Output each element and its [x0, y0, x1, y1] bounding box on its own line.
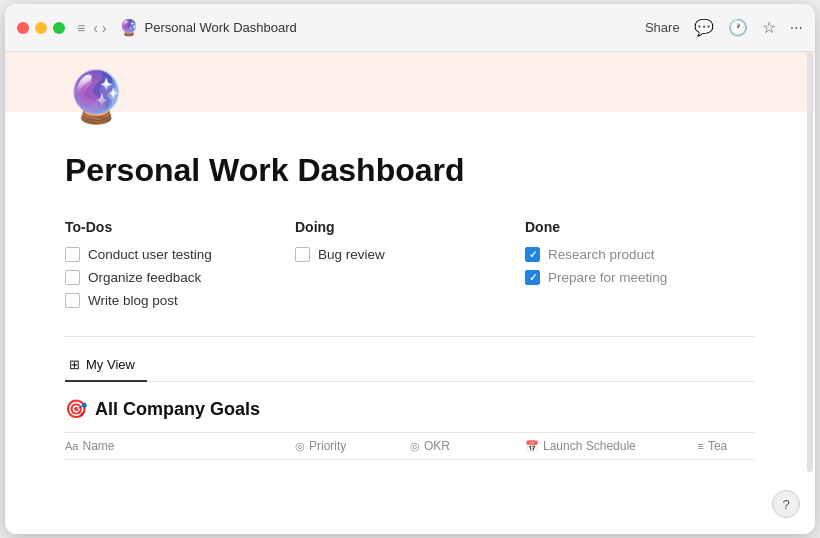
text-icon: Aa: [65, 440, 78, 452]
goals-title: All Company Goals: [95, 399, 260, 420]
titlebar: ≡ ‹ › 🔮 Personal Work Dashboard Share 💬 …: [5, 4, 815, 52]
help-label: ?: [782, 497, 789, 512]
task-checkbox[interactable]: [65, 270, 80, 285]
scrollbar[interactable]: [807, 52, 813, 472]
calendar-icon: 📅: [525, 440, 539, 453]
th-okr: ◎ OKR: [410, 439, 525, 453]
task-item: Conduct user testing: [65, 247, 295, 262]
banner-emoji: 🔮: [65, 72, 127, 122]
task-item: Bug review: [295, 247, 525, 262]
col-title-doing: Doing: [295, 219, 525, 235]
content-area: 🔮 Personal Work Dashboard To-Dos Conduct…: [5, 52, 815, 534]
goals-emoji: 🎯: [65, 398, 87, 420]
col-title-todos: To-Dos: [65, 219, 295, 235]
kanban-col-todos: To-Dos Conduct user testing Organize fee…: [65, 219, 295, 316]
titlebar-actions: Share 💬 🕐 ☆ ···: [645, 18, 803, 37]
col-title-done: Done: [525, 219, 755, 235]
th-okr-label: OKR: [424, 439, 450, 453]
star-icon[interactable]: ☆: [762, 18, 776, 37]
table-icon: ⊞: [69, 357, 80, 372]
kanban-col-done: Done Research product Prepare for meetin…: [525, 219, 755, 316]
task-checkbox[interactable]: [295, 247, 310, 262]
list-icon: ≡: [698, 440, 704, 452]
th-launch-label: Launch Schedule: [543, 439, 636, 453]
task-label: Organize feedback: [88, 270, 201, 285]
banner: 🔮: [5, 52, 815, 112]
view-tabs: ⊞ My View: [65, 351, 755, 382]
forward-arrow-icon[interactable]: ›: [102, 20, 107, 36]
task-checkbox[interactable]: [65, 293, 80, 308]
history-icon[interactable]: 🕐: [728, 18, 748, 37]
task-checkbox-checked[interactable]: [525, 247, 540, 262]
th-launch: 📅 Launch Schedule: [525, 439, 698, 453]
th-team: ≡ Tea: [698, 439, 756, 453]
sidebar-toggle-icon[interactable]: ≡: [77, 20, 85, 36]
tab-my-view[interactable]: ⊞ My View: [65, 351, 147, 382]
share-button[interactable]: Share: [645, 20, 680, 35]
kanban-col-doing: Doing Bug review: [295, 219, 525, 316]
task-checkbox[interactable]: [65, 247, 80, 262]
priority-icon: ◎: [295, 440, 305, 453]
more-icon[interactable]: ···: [790, 19, 803, 37]
table-header-row: Aa Name ◎ Priority ◎ OKR 📅 Launch Schedu…: [65, 433, 755, 460]
task-item: Organize feedback: [65, 270, 295, 285]
task-label: Bug review: [318, 247, 385, 262]
task-label: Prepare for meeting: [548, 270, 667, 285]
goals-table: Aa Name ◎ Priority ◎ OKR 📅 Launch Schedu…: [65, 432, 755, 460]
close-light[interactable]: [17, 22, 29, 34]
main-content: Personal Work Dashboard To-Dos Conduct u…: [5, 152, 815, 480]
comment-icon[interactable]: 💬: [694, 18, 714, 37]
task-label: Research product: [548, 247, 655, 262]
th-name: Aa Name: [65, 439, 295, 453]
th-priority-label: Priority: [309, 439, 346, 453]
back-arrow-icon[interactable]: ‹: [93, 20, 98, 36]
task-item: Write blog post: [65, 293, 295, 308]
tab-my-view-label: My View: [86, 357, 135, 372]
kanban-board: To-Dos Conduct user testing Organize fee…: [65, 219, 755, 316]
section-divider: [65, 336, 755, 337]
page-title: Personal Work Dashboard: [65, 152, 755, 189]
task-item: Research product: [525, 247, 755, 262]
task-label: Conduct user testing: [88, 247, 212, 262]
okr-icon: ◎: [410, 440, 420, 453]
help-button[interactable]: ?: [772, 490, 800, 518]
task-item: Prepare for meeting: [525, 270, 755, 285]
goals-heading: 🎯 All Company Goals: [65, 398, 755, 420]
task-checkbox-checked[interactable]: [525, 270, 540, 285]
page-icon-small: 🔮: [119, 18, 139, 37]
minimize-light[interactable]: [35, 22, 47, 34]
nav-arrows: ‹ ›: [93, 20, 106, 36]
th-team-label: Tea: [708, 439, 727, 453]
traffic-lights: [17, 22, 65, 34]
task-label: Write blog post: [88, 293, 178, 308]
titlebar-page-title: Personal Work Dashboard: [145, 20, 645, 35]
maximize-light[interactable]: [53, 22, 65, 34]
th-priority: ◎ Priority: [295, 439, 410, 453]
th-name-label: Name: [82, 439, 114, 453]
